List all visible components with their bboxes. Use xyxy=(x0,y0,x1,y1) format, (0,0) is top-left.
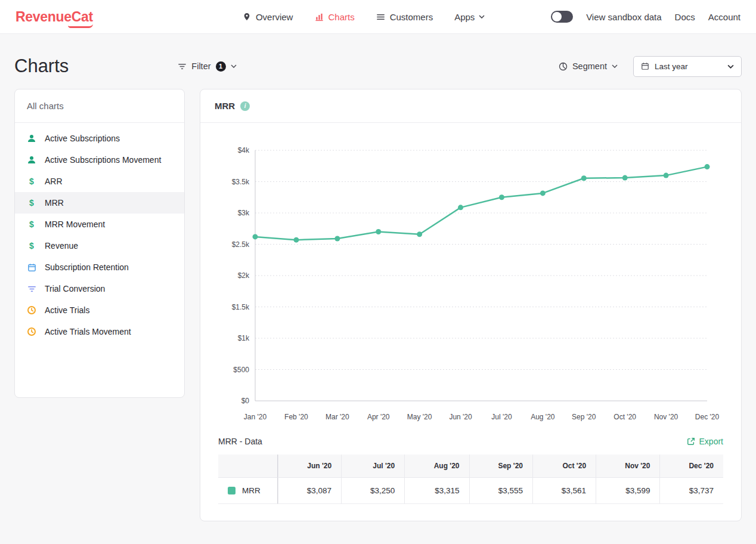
sidebar-item-label: Active Subscriptions Movement xyxy=(45,155,161,165)
series-swatch xyxy=(228,487,236,494)
data-point[interactable] xyxy=(376,229,381,234)
data-point[interactable] xyxy=(417,231,422,237)
x-tick-label: Nov '20 xyxy=(654,413,678,421)
table-title: MRR - Data xyxy=(218,437,262,446)
nav-customers[interactable]: Customers xyxy=(376,12,433,22)
mrr-line-chart: $0$500$1k$1.5k$2k$2.5k$3k$3.5k$4kJan '20… xyxy=(218,138,723,424)
table-header-cell: Jun '20 xyxy=(278,455,341,477)
chevron-down-icon xyxy=(479,15,485,18)
sidebar-item-label: Active Trials xyxy=(45,305,89,315)
sidebar-item-revenue[interactable]: $ Revenue xyxy=(15,235,184,256)
sidebar-list: Active Subscriptions Active Subscription… xyxy=(15,123,184,342)
x-tick-label: Aug '20 xyxy=(531,413,555,421)
sidebar-item-label: Active Trials Movement xyxy=(45,327,131,336)
data-point[interactable] xyxy=(664,173,669,178)
sidebar-item-label: Revenue xyxy=(45,241,78,251)
mrr-data-table: Jun '20 Jul '20 Aug '20 Sep '20 Oct '20 … xyxy=(218,455,723,504)
main-nav: Overview Charts Customers Apps xyxy=(242,12,485,22)
nav-account[interactable]: Account xyxy=(708,12,740,22)
nav-right-cluster: View sandbox data Docs Account xyxy=(551,11,740,23)
nav-docs[interactable]: Docs xyxy=(675,12,695,22)
data-point[interactable] xyxy=(705,164,710,169)
table-value-cell: $3,087 xyxy=(278,477,341,504)
clock-icon xyxy=(27,327,36,336)
y-tick-label: $500 xyxy=(233,366,249,374)
table-header-cell: Sep '20 xyxy=(469,455,532,477)
mrr-chart-card: MRR i $0$500$1k$1.5k$2k$2.5k$3k$3.5k$4kJ… xyxy=(200,89,742,521)
filter-button[interactable]: Filter 1 xyxy=(178,61,236,72)
chart-card-header: MRR i xyxy=(200,89,741,123)
sidebar-item-mrr[interactable]: $ MRR xyxy=(15,192,184,214)
person-icon xyxy=(27,134,36,143)
sandbox-toggle[interactable] xyxy=(551,11,573,23)
x-tick-label: Oct '20 xyxy=(614,413,636,421)
nav-charts[interactable]: Charts xyxy=(314,12,354,22)
y-tick-label: $4k xyxy=(238,146,250,154)
chevron-down-icon xyxy=(727,64,734,69)
revenuecat-logo[interactable]: RevenueCat xyxy=(16,9,93,25)
data-point[interactable] xyxy=(540,190,546,196)
top-navbar: RevenueCat Overview Charts Customers App… xyxy=(0,0,756,34)
nav-overview[interactable]: Overview xyxy=(242,12,293,22)
data-point[interactable] xyxy=(293,237,299,243)
y-tick-label: $2.5k xyxy=(232,240,250,249)
sidebar-item-mrr-movement[interactable]: $ MRR Movement xyxy=(15,214,184,235)
x-tick-label: Dec '20 xyxy=(695,413,720,421)
data-point[interactable] xyxy=(458,205,463,210)
date-range-select[interactable]: Last year xyxy=(633,56,742,77)
info-icon[interactable]: i xyxy=(240,101,250,111)
table-value-cell: $3,599 xyxy=(596,477,659,504)
header-right-controls: Segment Last year xyxy=(559,56,742,77)
sidebar-item-label: Trial Conversion xyxy=(45,284,105,293)
x-tick-label: Jun '20 xyxy=(449,413,472,421)
series-line xyxy=(255,167,707,240)
sidebar-item-active-trials[interactable]: Active Trials xyxy=(15,299,184,321)
x-tick-label: Jul '20 xyxy=(491,413,512,421)
toggle-knob xyxy=(552,12,562,21)
sidebar-item-active-trials-movement[interactable]: Active Trials Movement xyxy=(15,321,184,342)
table-header-cell: Aug '20 xyxy=(404,455,469,477)
dollar-icon: $ xyxy=(27,198,36,208)
date-range-value: Last year xyxy=(655,62,688,71)
sidebar-item-arr[interactable]: $ ARR xyxy=(15,171,184,192)
sidebar-item-active-subscriptions[interactable]: Active Subscriptions xyxy=(15,128,184,149)
data-point[interactable] xyxy=(253,234,258,239)
y-tick-label: $3k xyxy=(238,209,250,217)
export-icon xyxy=(687,437,695,446)
table-value-cell: $3,561 xyxy=(532,477,596,504)
table-header-cell: Nov '20 xyxy=(596,455,659,477)
sidebar-item-label: Active Subscriptions xyxy=(45,134,120,143)
bar-chart-icon xyxy=(314,12,324,21)
chart-title: MRR xyxy=(215,101,235,111)
data-point[interactable] xyxy=(622,175,628,181)
table-value-cell: $3,250 xyxy=(341,477,404,504)
page-title: Charts xyxy=(14,55,69,77)
nav-apps[interactable]: Apps xyxy=(454,12,485,22)
sidebar-item-subscription-retention[interactable]: Subscription Retention xyxy=(15,256,184,278)
segment-button[interactable]: Segment xyxy=(559,61,618,71)
content: All charts Active Subscriptions Active S… xyxy=(0,89,756,521)
data-point[interactable] xyxy=(581,175,587,181)
table-title-row: MRR - Data Export xyxy=(218,437,723,446)
table-header-cell: Dec '20 xyxy=(659,455,723,477)
table-header-blank xyxy=(218,455,278,477)
x-tick-label: Sep '20 xyxy=(572,413,596,421)
calendar-icon xyxy=(27,262,36,272)
data-point[interactable] xyxy=(499,194,504,200)
sidebar-item-trial-conversion[interactable]: Trial Conversion xyxy=(15,278,184,299)
pin-icon xyxy=(242,12,252,21)
table-header-row: Jun '20 Jul '20 Aug '20 Sep '20 Oct '20 … xyxy=(218,455,723,477)
series-name-cell: MRR xyxy=(218,477,278,504)
y-tick-label: $2k xyxy=(238,271,250,280)
table-value-cell: $3,737 xyxy=(659,477,723,504)
export-button[interactable]: Export xyxy=(687,437,723,446)
nav-overview-label: Overview xyxy=(256,12,293,22)
filter-label: Filter xyxy=(191,61,210,71)
segment-label: Segment xyxy=(572,61,607,71)
calendar-icon xyxy=(641,62,649,70)
sidebar-item-active-subscriptions-movement[interactable]: Active Subscriptions Movement xyxy=(15,149,184,171)
table-value-cell: $3,555 xyxy=(469,477,532,504)
data-point[interactable] xyxy=(334,236,340,242)
clock-icon xyxy=(27,305,36,315)
table-header-cell: Jul '20 xyxy=(341,455,404,477)
